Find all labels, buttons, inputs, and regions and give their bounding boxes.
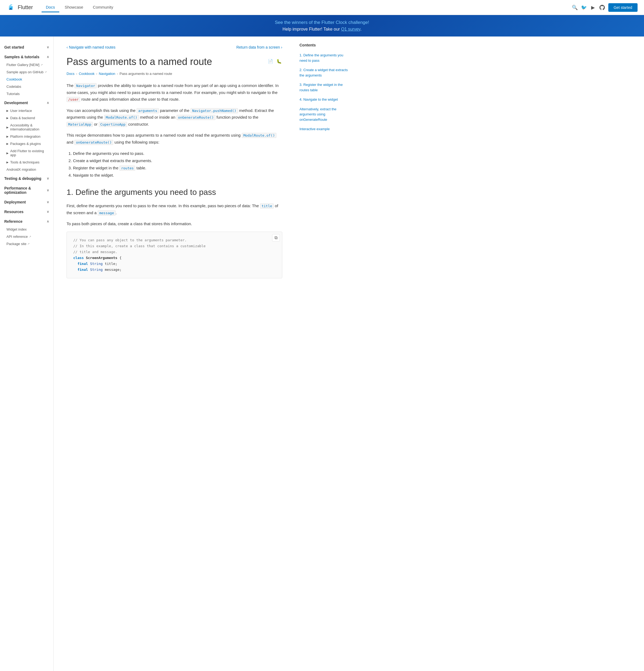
toc-item-interactive[interactable]: Interactive example [299, 125, 350, 133]
routes-code: routes [119, 166, 135, 171]
cupertino-app-code: CupertinoApp [99, 122, 127, 127]
sidebar-label-deployment: Deployment [4, 200, 26, 204]
toc-item-3[interactable]: 3. Register the widget in the routes tab… [299, 81, 350, 94]
navbar-actions: 🔍 🐦 ▶ Get started [572, 3, 637, 12]
code-block-wrapper: ⧉ // You can pass any object to the argu… [66, 232, 282, 279]
sidebar-header-performance[interactable]: Performance & optimization ∨ [0, 184, 53, 197]
sidebar-item-widget-index[interactable]: Widget index [0, 226, 53, 233]
sidebar-item-github[interactable]: Sample apps on GitHub ↗ [0, 68, 53, 76]
github-icon[interactable] [599, 4, 605, 11]
search-icon[interactable]: 🔍 [572, 4, 578, 11]
sidebar-header-development[interactable]: Development ∧ [0, 99, 53, 107]
sidebar-label-resources: Resources [4, 210, 24, 214]
sidebar-section-testing: Testing & debugging ∨ [0, 174, 53, 183]
sidebar-header-samples[interactable]: Samples & tutorials ∧ [0, 53, 53, 61]
page-layout: Get started ∨ Samples & tutorials ∧ Flut… [0, 37, 644, 671]
chevron-right-icon: › [281, 45, 282, 49]
code-line-1: // You can pass any object to the argume… [73, 237, 275, 243]
sidebar-item-accessibility[interactable]: ▶ Accessibility & internationalization [0, 122, 53, 133]
sidebar-header-reference[interactable]: Reference ∧ [0, 217, 53, 226]
chevron-down-icon: ∨ [47, 200, 49, 204]
sidebar-item-tutorials[interactable]: Tutorials [0, 90, 53, 98]
nav-community[interactable]: Community [89, 3, 117, 12]
sidebar-label-development: Development [4, 101, 28, 105]
sidebar-item-tools[interactable]: ▶ Tools & techniques [0, 159, 53, 166]
sidebar-label-samples: Samples & tutorials [4, 55, 39, 59]
chevron-left-icon: ‹ [66, 45, 68, 49]
sidebar-header-testing[interactable]: Testing & debugging ∨ [0, 174, 53, 183]
external-link-icon: ↗ [27, 242, 29, 245]
logo-text: Flutter [18, 4, 33, 11]
bug-icon[interactable]: 🐛 [276, 58, 282, 64]
sidebar-item-add-flutter[interactable]: ▶ Add Flutter to existing app [0, 147, 53, 159]
banner-subtitle-prefix: Help improve Flutter! Take our [283, 27, 341, 31]
page-title-area: Pass arguments to a named route 📄 🐛 [66, 56, 282, 67]
sidebar-section-performance: Performance & optimization ∨ [0, 184, 53, 197]
banner-title: See the winners of the Flutter Clock cha… [7, 20, 637, 25]
next-page-link[interactable]: Return data from a screen › [236, 45, 282, 49]
sidebar-section-reference: Reference ∧ Widget index API reference ↗… [0, 217, 53, 248]
title-code: title [260, 203, 274, 208]
breadcrumb-current: Pass arguments to a named route [120, 72, 172, 76]
sidebar-item-packages[interactable]: ▶ Packages & plugins [0, 140, 53, 147]
triangle-right-icon: ▶ [7, 116, 9, 119]
triangle-right-icon: ▶ [7, 161, 9, 164]
youtube-icon[interactable]: ▶ [590, 4, 596, 11]
navbar: Flutter Docs Showcase Community 🔍 🐦 ▶ Ge… [0, 0, 644, 15]
triangle-right-icon: ▶ [7, 152, 9, 155]
step-1: Define the arguments you need to pass. [73, 150, 282, 157]
doc-navigation: ‹ Navigate with named routes Return data… [66, 45, 282, 49]
sidebar-label-reference: Reference [4, 219, 23, 224]
sidebar-item-data-backend[interactable]: ▶ Data & backend [0, 114, 53, 122]
logo[interactable]: Flutter [7, 3, 33, 12]
triangle-right-icon: ▶ [7, 126, 9, 129]
external-link-icon: ↗ [44, 71, 47, 74]
sidebar-header-resources[interactable]: Resources ∨ [0, 207, 53, 216]
sidebar-item-user-interface[interactable]: ▶ User interface [0, 107, 53, 114]
edit-icon[interactable]: 📄 [267, 58, 274, 64]
sidebar-item-gallery[interactable]: Flutter Gallery [NEW] ↗ [0, 61, 53, 68]
breadcrumb-cookbook[interactable]: Cookbook [79, 72, 95, 76]
message-code: message [98, 211, 116, 216]
sidebar-item-api-reference[interactable]: API reference ↗ [0, 233, 53, 240]
sidebar-section-resources: Resources ∨ [0, 207, 53, 216]
chevron-up-icon: ∧ [47, 55, 49, 59]
breadcrumb-docs[interactable]: Docs [66, 72, 75, 76]
nav-docs[interactable]: Docs [42, 3, 59, 12]
sidebar-item-codelabs[interactable]: Codelabs [0, 83, 53, 90]
code-line-4: class ScreenArguments { [73, 255, 275, 261]
breadcrumb-navigation[interactable]: Navigation [99, 72, 115, 76]
section-1-p1: First, define the arguments you need to … [66, 202, 282, 216]
get-started-button[interactable]: Get started [608, 3, 637, 12]
banner-survey-link[interactable]: Q1 survey [341, 27, 360, 31]
external-link-icon: ↗ [29, 235, 31, 238]
steps-list: Define the arguments you need to pass. C… [73, 150, 282, 179]
breadcrumb-sep-2: › [96, 72, 97, 76]
toc-item-alt[interactable]: Alternatively, extract the arguments usi… [299, 105, 350, 124]
sidebar-section-deployment: Deployment ∨ [0, 198, 53, 206]
material-app-code: MaterialApp [66, 122, 93, 127]
prev-page-link[interactable]: ‹ Navigate with named routes [66, 45, 115, 49]
breadcrumb-sep-1: › [76, 72, 77, 76]
toc-item-2[interactable]: 2. Create a widget that extracts the arg… [299, 66, 350, 79]
twitter-icon[interactable]: 🐦 [581, 4, 587, 11]
sidebar-item-androidx[interactable]: AndroidX migration [0, 166, 53, 173]
sidebar-label-get-started: Get started [4, 45, 24, 49]
nav-showcase[interactable]: Showcase [60, 3, 88, 12]
sidebar-item-cookbook[interactable]: Cookbook [0, 76, 53, 83]
sidebar-item-platform-integration[interactable]: ▶ Platform integration [0, 133, 53, 140]
sidebar-label-testing: Testing & debugging [4, 176, 41, 181]
toc-item-1[interactable]: 1. Define the arguments you need to pass [299, 52, 350, 64]
chevron-up-icon: ∧ [47, 101, 49, 105]
step-4: Navigate to the widget. [73, 172, 282, 179]
copy-code-button[interactable]: ⧉ [272, 234, 280, 242]
sidebar-header-deployment[interactable]: Deployment ∨ [0, 198, 53, 206]
sidebar-header-get-started[interactable]: Get started ∨ [0, 43, 53, 52]
left-sidebar: Get started ∨ Samples & tutorials ∧ Flut… [0, 37, 54, 671]
sidebar-item-package-site[interactable]: Package site ↗ [0, 240, 53, 248]
code-line-5: final String title; [73, 261, 275, 267]
toc-item-4[interactable]: 4. Navigate to the widget [299, 96, 350, 103]
code-block: // You can pass any object to the argume… [67, 232, 282, 278]
user-route-code: /user [66, 97, 80, 102]
sidebar-label-performance: Performance & optimization [4, 186, 47, 194]
